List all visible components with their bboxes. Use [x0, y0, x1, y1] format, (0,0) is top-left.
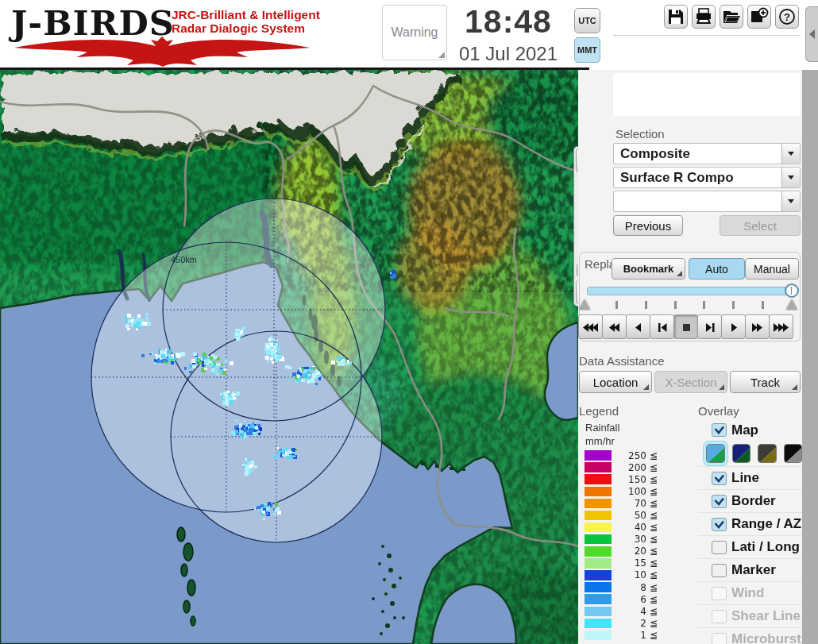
open-folder-button[interactable] [720, 5, 743, 29]
replay-slider-track[interactable] [587, 287, 793, 295]
step-last-button[interactable] [697, 314, 722, 339]
app-logo: J-BIRDS JRC-Brilliant & Intelligent Rada… [6, 2, 324, 67]
forward-3-button[interactable] [769, 314, 793, 339]
manual-replay-button[interactable]: Manual [745, 258, 799, 280]
overlay-item-border[interactable]: Border [698, 489, 802, 512]
map-style-swatch-1[interactable] [732, 444, 751, 463]
clock-date: 01 Jul 2021 [446, 43, 570, 65]
legend-row: 6≦ [585, 593, 664, 605]
checkbox-border[interactable] [712, 495, 727, 508]
previous-button[interactable]: Previous [613, 215, 683, 236]
overlay-item-range-az[interactable]: Range / AZ [698, 512, 802, 535]
print-button[interactable] [692, 5, 716, 29]
legend-color-swatch [585, 631, 612, 641]
legend-row: 20≦ [585, 546, 664, 557]
chevron-down-icon[interactable] [781, 168, 800, 187]
checkbox-wind[interactable] [712, 587, 727, 600]
forward-2-button[interactable] [745, 314, 770, 339]
rewind-3-button[interactable] [578, 314, 603, 339]
legend-value: 15 [612, 557, 646, 569]
legend-lte-symbol: ≦ [646, 522, 658, 533]
playback-controls [579, 314, 801, 339]
track-button[interactable]: Track [730, 371, 801, 393]
chevron-down-icon[interactable] [781, 191, 800, 211]
play-button[interactable] [721, 314, 746, 339]
collapse-arrow-icon [809, 29, 815, 39]
stop-button[interactable] [673, 314, 698, 339]
checkbox-microburst[interactable] [712, 633, 727, 644]
radar-map[interactable]: 450km [0, 70, 578, 644]
checkbox-marker[interactable] [712, 564, 727, 577]
slider-tick [615, 301, 618, 309]
legend-lte-symbol: ≦ [646, 474, 658, 485]
legend-value: 4 [612, 606, 646, 617]
map-style-swatch-3[interactable] [784, 444, 803, 463]
overlay-options: MapLineBorderRange / AZLati / LongMarker… [698, 419, 802, 644]
x-section-button[interactable]: X-Section [654, 371, 727, 393]
selection-dropdown-0[interactable]: Composite [613, 143, 801, 164]
panel-collapse-tab[interactable] [805, 6, 818, 62]
selection-dropdown-1[interactable]: Surface R Compo [613, 167, 801, 188]
warning-button[interactable]: Warning [382, 5, 447, 60]
map-style-swatch-2[interactable] [758, 444, 777, 463]
legend-value: 250 [612, 450, 646, 461]
add-image-button[interactable] [747, 5, 771, 29]
checkbox-map[interactable] [712, 423, 727, 437]
replay-slider-handle[interactable] [785, 283, 799, 298]
radar-map-viewport[interactable]: 450km [0, 70, 578, 644]
site-name-field[interactable] [613, 73, 801, 116]
play-reverse-button[interactable] [626, 314, 650, 339]
svg-text:?: ? [784, 11, 790, 23]
legend-color-swatch [585, 582, 612, 592]
dropdown-value: Composite [614, 146, 781, 162]
legend-row: 50≦ [585, 509, 664, 521]
check-icon [713, 425, 725, 435]
timezone-utc-button[interactable]: UTC [574, 8, 600, 33]
save-button[interactable] [664, 5, 688, 29]
overlay-item-line[interactable]: Line [698, 466, 802, 489]
slider-start-marker[interactable] [579, 299, 590, 310]
location-button[interactable]: Location [579, 371, 652, 393]
chevron-down-icon[interactable] [781, 144, 800, 164]
slider-tick [674, 301, 677, 309]
overlay-item-map[interactable]: Map [698, 419, 802, 441]
toolbar: ? [664, 5, 799, 32]
legend-lte-symbol: ≦ [646, 630, 658, 641]
overlay-item-shear-line[interactable]: Shear Line [698, 604, 802, 627]
checkbox-range-az[interactable] [712, 518, 727, 531]
timezone-mmt-button[interactable]: MMT [574, 37, 600, 63]
legend-row: 70≦ [585, 497, 664, 509]
overlay-item-lati-long[interactable]: Lati / Long [698, 535, 802, 558]
help-button[interactable]: ? [775, 5, 799, 29]
step-first-button[interactable] [650, 314, 674, 339]
overlay-item-label: Border [727, 493, 776, 509]
legend-value: 150 [612, 474, 646, 485]
auto-replay-button[interactable]: Auto [689, 258, 745, 280]
overlay-item-marker[interactable]: Marker [698, 558, 802, 581]
legend-value: 30 [612, 534, 646, 545]
slider-end-marker[interactable] [786, 299, 797, 310]
checkbox-lati-long[interactable] [712, 541, 727, 554]
overlay-item-label: Marker [727, 562, 776, 578]
map-style-icon [707, 445, 725, 463]
selection-label: Selection [615, 127, 665, 141]
checkbox-line[interactable] [712, 472, 727, 485]
bookmark-button[interactable]: Bookmark [612, 258, 685, 280]
overlay-item-microburst[interactable]: Microburst [698, 627, 802, 644]
selection-dropdown-2[interactable] [613, 191, 801, 212]
legend-value: 40 [612, 522, 646, 533]
map-style-swatch-0[interactable] [706, 444, 725, 463]
checkbox-shear-line[interactable] [712, 610, 727, 623]
legend-color-swatch [585, 570, 612, 580]
overlay-item-wind[interactable]: Wind [698, 581, 802, 604]
step-last-icon [700, 315, 720, 339]
select-button[interactable]: Select [720, 215, 801, 236]
legend-color-swatch [585, 450, 612, 461]
forward-2-icon [747, 315, 768, 339]
legend-lte-symbol: ≦ [646, 450, 658, 461]
legend-value: 6 [612, 594, 646, 605]
slider-tick [645, 301, 647, 309]
legend-value: 2 [612, 618, 646, 629]
legend-lte-symbol: ≦ [646, 510, 658, 521]
rewind-2-button[interactable] [602, 314, 627, 339]
